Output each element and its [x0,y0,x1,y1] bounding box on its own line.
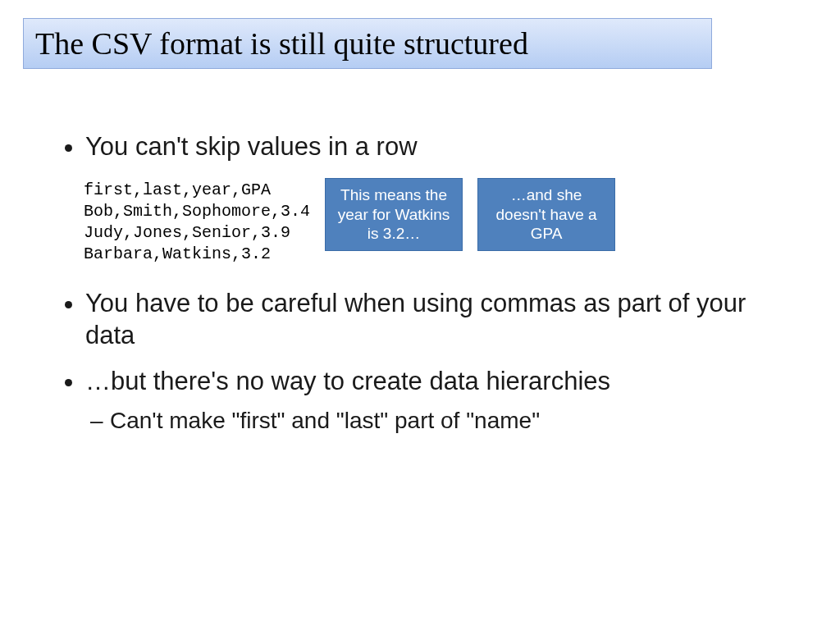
bullet-3: …but there's no way to create data hiera… [85,366,781,436]
slide-title: The CSV format is still quite structured [23,18,712,69]
bullet-2: You have to be careful when using commas… [85,288,781,352]
csv-code-sample: first,last,year,GPA Bob,Smith,Sophomore,… [84,178,310,267]
bullet-1: You can't skip values in a row [85,131,781,163]
bullet-3-sub-1: Can't make "first" and "last" part of "n… [110,406,781,436]
callout-gpa: …and she doesn't have a GPA [477,178,615,251]
example-row: first,last,year,GPA Bob,Smith,Sophomore,… [84,178,781,267]
bullet-3-text: …but there's no way to create data hiera… [85,367,610,395]
callout-year: This means the year for Watkins is 3.2… [325,178,463,251]
slide-body: You can't skip values in a row first,las… [59,131,781,450]
